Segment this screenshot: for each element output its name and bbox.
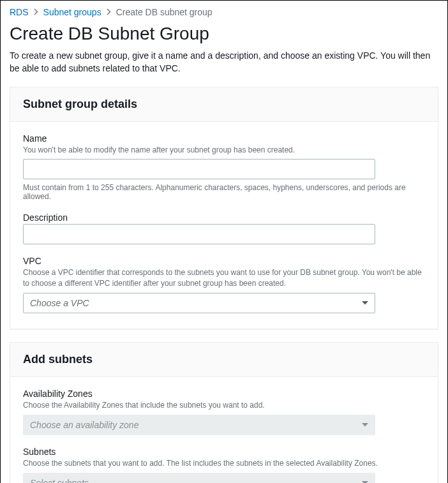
vpc-placeholder: Choose a VPC [30, 298, 89, 308]
page-title: Create DB Subnet Group [10, 24, 438, 44]
az-placeholder: Choose an availability zone [30, 420, 138, 430]
chevron-right-icon [107, 7, 111, 17]
availability-zones-field-group: Availability Zones Choose the Availabili… [23, 389, 425, 435]
description-field-group: Description [23, 212, 425, 244]
breadcrumb-subnet-groups[interactable]: Subnet groups [43, 7, 101, 17]
name-input[interactable] [23, 159, 375, 179]
subnets-field-group: Subnets Choose the subnets that you want… [23, 447, 425, 483]
name-subtext: You won't be able to modify the name aft… [23, 145, 425, 156]
subnets-placeholder: Select subnets [30, 478, 89, 483]
availability-zone-select[interactable]: Choose an availability zone [23, 415, 375, 435]
breadcrumb-current: Create DB subnet group [116, 7, 213, 17]
description-input[interactable] [23, 224, 375, 244]
breadcrumb-rds[interactable]: RDS [10, 7, 29, 17]
vpc-subtext: Choose a VPC identifier that corresponds… [23, 267, 425, 289]
add-subnets-panel: Add subnets Availability Zones Choose th… [10, 342, 438, 483]
name-field-group: Name You won't be able to modify the nam… [23, 133, 425, 202]
subnets-label: Subnets [23, 447, 425, 457]
panel-header: Add subnets [10, 343, 438, 377]
subnet-group-details-panel: Subnet group details Name You won't be a… [10, 87, 438, 329]
breadcrumb: RDS Subnet groups Create DB subnet group [10, 7, 438, 17]
panel-title: Add subnets [23, 353, 425, 366]
description-label: Description [23, 212, 425, 223]
name-label: Name [23, 133, 425, 144]
page-description: To create a new subnet group, give it a … [10, 49, 438, 75]
subnets-select[interactable]: Select subnets [23, 473, 375, 483]
az-subtext: Choose the Availability Zones that inclu… [23, 400, 425, 411]
vpc-label: VPC [23, 256, 425, 266]
chevron-right-icon [34, 7, 38, 17]
panel-title: Subnet group details [23, 98, 425, 111]
name-constraint: Must contain from 1 to 255 characters. A… [23, 183, 425, 201]
vpc-select[interactable]: Choose a VPC [23, 293, 375, 313]
az-label: Availability Zones [23, 389, 425, 399]
vpc-field-group: VPC Choose a VPC identifier that corresp… [23, 256, 425, 313]
subnets-subtext: Choose the subnets that you want to add.… [23, 458, 425, 469]
panel-header: Subnet group details [10, 87, 438, 122]
